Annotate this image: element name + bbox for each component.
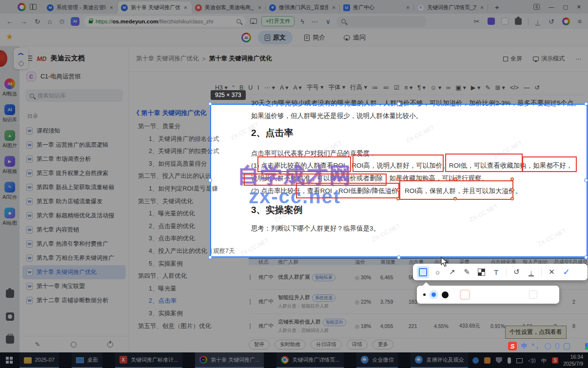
editor-tool[interactable]: ¶ ▾ [417, 84, 425, 91]
browser-tab[interactable]: 美迪创客_美迪电商_美 × [192, 1, 266, 14]
ai-mode-tab[interactable]: 追问 [337, 31, 372, 44]
selection-handle[interactable] [208, 178, 212, 182]
editor-tool[interactable]: ✎ [485, 84, 490, 91]
browser-tab[interactable]: 系统管理 - 美迪云管理 × [43, 1, 118, 14]
history-icon[interactable]: ↺ [547, 18, 556, 25]
rail-item[interactable]: AI AI甄选 [0, 78, 20, 97]
more-actions-icon[interactable]: ⋯ [310, 18, 320, 25]
sogou-tray-icon[interactable]: S [552, 357, 558, 364]
taskbar-item[interactable]: 直播评论及观众 [411, 352, 468, 368]
volume-tray-icon[interactable]: ◁)) [528, 357, 536, 364]
editor-tool[interactable]: ↺ [534, 84, 539, 91]
color-swatch[interactable] [529, 291, 537, 299]
taskbar-item[interactable]: 第十章 关键词推广... [195, 352, 264, 368]
editor-tool[interactable]: ☑ [394, 84, 399, 91]
maximize-button[interactable]: ▢ [563, 4, 568, 10]
extensions-puzzle-icon[interactable] [515, 18, 522, 25]
sync-icon[interactable] [71, 342, 77, 348]
compose-icon[interactable]: ✎ [35, 341, 40, 348]
editor-tool[interactable]: ☺ ▾ [431, 84, 442, 91]
ai-assistant-icon[interactable] [241, 33, 251, 42]
resize-handle[interactable] [510, 188, 514, 192]
taskbar-item[interactable]: X 关键词推广标准计... [115, 352, 182, 368]
editor-tool[interactable]: 字号 ▾ [307, 83, 324, 92]
screenshot-tool[interactable] [475, 266, 488, 278]
tab-close-icon[interactable]: × [257, 4, 262, 11]
chapter-item[interactable]: W 第七章 内容营销 [22, 223, 126, 237]
bookmark-star-icon[interactable]: ★ [6, 32, 13, 42]
wecom-tray-icon[interactable] [472, 357, 479, 364]
chapter-item[interactable]: W 课程须知 [22, 124, 126, 138]
editor-tool[interactable]: — [524, 84, 530, 91]
outline-item[interactable]: 第三节、关键词优化 [131, 195, 235, 208]
chapter-item[interactable]: W 第一章 运营推广的底层逻辑 [22, 138, 126, 152]
browser-tab[interactable]: 微强澳门风云_百度搜索 × [266, 1, 340, 14]
selection-handle[interactable] [397, 102, 401, 106]
editor-tool[interactable]: ≕ [383, 84, 390, 91]
annotation-rectangle[interactable] [445, 154, 523, 172]
outline-item[interactable]: 第五节、创意（图片）优化 [131, 320, 235, 333]
ime-punct-toggle[interactable]: °， [532, 342, 541, 350]
mic-icon[interactable] [555, 343, 559, 349]
input-lang-indicator[interactable]: 中 [541, 357, 547, 364]
address-bar[interactable]: https://os.medeyun.com/file/zhishiku/cla… [84, 16, 246, 27]
ime-grid-icon[interactable] [585, 343, 588, 349]
editor-tool[interactable]: ≔ [372, 84, 378, 91]
ai-extension-icon[interactable]: AI [71, 17, 79, 26]
start-button[interactable] [6, 357, 13, 364]
screenshot-tool[interactable]: ↺ [510, 266, 523, 278]
color-swatch[interactable] [502, 291, 510, 299]
screenshot-tool[interactable]: ✓ [560, 266, 572, 278]
tab-search-badge[interactable]: 6 [533, 4, 540, 10]
screenshot-tool[interactable] [506, 268, 507, 276]
outline-item[interactable]: 1、曝光量的优化 [131, 208, 235, 220]
outline-item[interactable]: 1、如何判定ROI是亏是赚 [131, 183, 235, 195]
outline-item[interactable]: 2、点击量的优化 [131, 220, 235, 233]
brush-size-dot[interactable] [442, 291, 449, 298]
outline-item[interactable]: 1、曝光量 [131, 283, 235, 295]
menu-icon[interactable]: ≡ [576, 18, 583, 25]
editor-tool[interactable]: 行高 ▾ [350, 83, 367, 92]
browser-profile-icon[interactable] [18, 3, 26, 11]
url-text[interactable]: https://os.medeyun.com/file/zhishiku/cla… [96, 19, 214, 24]
workspace-row[interactable]: C C1-电商运营班 [20, 68, 129, 85]
keyboard-icon[interactable] [564, 343, 570, 349]
annotation-rectangle[interactable] [296, 183, 399, 198]
ime-tooltip[interactable]: 个性设置，点我看看 [505, 326, 567, 339]
tab-close-icon[interactable]: × [405, 4, 411, 11]
color-swatch[interactable] [474, 291, 483, 299]
breadcrumb-parent[interactable]: 第十章 关键词推广优化 [136, 55, 198, 63]
selection-handle[interactable] [208, 255, 212, 259]
pin-icon[interactable] [18, 60, 24, 67]
editor-tool[interactable]: A ▾ [293, 84, 301, 91]
rail-item[interactable]: ▲ AI图片 [0, 130, 20, 149]
security-tray-icon[interactable] [496, 357, 502, 364]
reload-icon[interactable]: ↻ [33, 18, 42, 25]
toolbox-icon[interactable] [6, 335, 14, 344]
browser-tab[interactable]: 第十章 关键词推广优化 × [118, 1, 192, 14]
resize-handle[interactable] [396, 197, 400, 200]
outline-item[interactable]: 2、关键词推广的扣费公式 [131, 145, 235, 158]
selection-handle[interactable] [208, 102, 212, 106]
editor-tool[interactable]: ⋯ ▾ [264, 84, 275, 91]
resize-handle[interactable] [510, 197, 514, 200]
open-file-button[interactable]: +打开文件 [261, 16, 294, 26]
lock-icon[interactable] [89, 20, 93, 23]
ime-lang-toggle[interactable]: 中 [521, 342, 528, 350]
forward-icon[interactable]: → [19, 18, 29, 25]
ai-mode-tab[interactable]: 简介 [297, 31, 332, 44]
tab-close-icon[interactable]: × [109, 4, 114, 11]
editor-tool[interactable]: A ▾ [280, 84, 288, 91]
more-options-icon[interactable]: ⋯ [575, 56, 581, 62]
editor-tool[interactable]: I [257, 84, 259, 91]
annotation-rectangle[interactable] [257, 156, 351, 172]
color-swatch[interactable] [461, 291, 469, 299]
chapter-item[interactable]: W 第八章 热浪引擎和付费推广 [22, 237, 126, 251]
table-action-button[interactable]: 分日详情 [311, 340, 342, 349]
outline-item[interactable]: 3、如何提高质量得分 [131, 158, 235, 171]
bookmark-icon[interactable]: ✩ [58, 18, 66, 25]
minimize-button[interactable]: — [549, 4, 554, 10]
image-mode-icon[interactable] [250, 19, 257, 24]
chapter-item[interactable]: W 第十一章 淘宝联盟 [22, 279, 126, 293]
purple-extension-icon[interactable] [488, 18, 495, 25]
